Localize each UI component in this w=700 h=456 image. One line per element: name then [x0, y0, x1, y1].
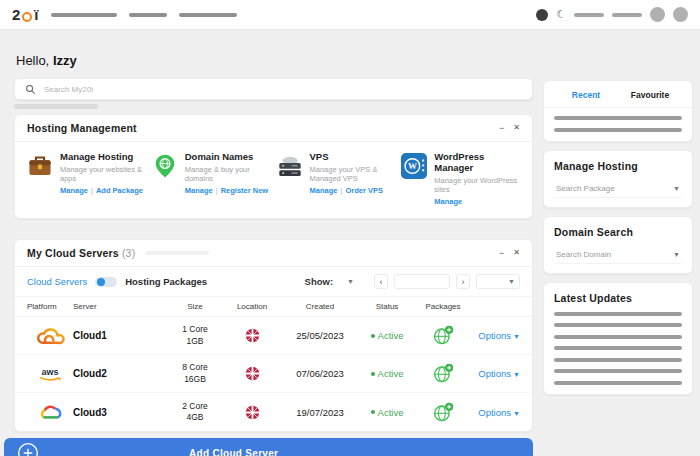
- nav-placeholder: [574, 13, 604, 17]
- recent-favourite-card: Recent Favourite: [543, 80, 693, 142]
- created-date: 07/06/2023: [281, 368, 359, 379]
- hosting-management-panel: Hosting Management − ✕ Manage Hos: [14, 114, 533, 219]
- nav-placeholder: [51, 13, 117, 17]
- skeleton-bar: [14, 104, 98, 109]
- options-button[interactable]: Options▼: [471, 368, 520, 379]
- table-row: Cloud3 2 Core4GB 19/07/2023 Active: [15, 393, 532, 431]
- close-icon[interactable]: ✕: [513, 124, 520, 132]
- link-separator: |: [216, 186, 218, 195]
- uk-flag-location-icon: [245, 405, 260, 420]
- package-search-input[interactable]: [556, 184, 673, 193]
- chevron-down-icon: ▼: [513, 410, 520, 417]
- search-input[interactable]: [44, 85, 522, 94]
- page-next-button[interactable]: ›: [456, 274, 470, 289]
- logo-i: ï: [34, 6, 38, 23]
- package-search-select[interactable]: ▼: [554, 181, 682, 198]
- chevron-down-icon: ▼: [513, 333, 520, 340]
- quicklink-title: VPS: [310, 151, 396, 162]
- skeleton-bar: [554, 128, 682, 132]
- domain-search-select[interactable]: ▼: [554, 247, 682, 264]
- avatar[interactable]: [673, 7, 688, 22]
- col-location: Location: [223, 302, 281, 311]
- quicklink-desc: Manage your websites & apps: [60, 165, 146, 183]
- nav-placeholder: [612, 13, 642, 17]
- status-dot: [371, 372, 375, 376]
- avatar[interactable]: [650, 7, 665, 22]
- view-toggle-switch[interactable]: [95, 277, 117, 287]
- status-badge: Active: [359, 330, 415, 341]
- server-name: Cloud3: [73, 407, 167, 418]
- created-date: 19/07/2023: [281, 407, 359, 418]
- order-vps-link[interactable]: Order VPS: [345, 186, 383, 195]
- minimize-icon[interactable]: −: [499, 124, 504, 133]
- plus-circle-icon: [17, 442, 39, 456]
- cloud-servers-tab[interactable]: Cloud Servers: [27, 276, 87, 287]
- options-button[interactable]: Options▼: [471, 330, 520, 341]
- manage-link[interactable]: Manage: [60, 186, 88, 195]
- add-cloud-server-button[interactable]: Add Cloud Server: [4, 438, 533, 456]
- manage-hosting-card: Manage Hosting ▼: [543, 150, 693, 208]
- quicklink-desc: Manage & buy your domains: [185, 165, 271, 183]
- col-platform: Platform: [27, 302, 73, 311]
- uk-flag-location-icon: [245, 366, 260, 381]
- quicklink-manage-hosting: Manage Hosting Manage your websites & ap…: [27, 151, 152, 206]
- page-prev-button[interactable]: ‹: [374, 274, 388, 289]
- google-cloud-platform-icon: [36, 402, 64, 422]
- show-label: Show:: [305, 276, 334, 287]
- card-title: Domain Search: [554, 226, 682, 238]
- server-size: 1 Core1GB: [167, 324, 223, 347]
- col-size: Size: [167, 302, 223, 311]
- packages-globe-add-icon[interactable]: [433, 402, 454, 423]
- register-new-link[interactable]: Register New: [221, 186, 269, 195]
- domain-search-input[interactable]: [556, 250, 673, 259]
- manage-link[interactable]: Manage: [310, 186, 338, 195]
- per-page-select[interactable]: ▼: [476, 274, 520, 289]
- quicklink-title: Domain Names: [185, 151, 271, 162]
- manage-link[interactable]: Manage: [185, 186, 213, 195]
- created-date: 25/05/2023: [281, 330, 359, 341]
- packages-globe-add-icon[interactable]: [433, 363, 454, 384]
- server-size: 8 Core16GB: [167, 362, 223, 385]
- quicklink-vps: VPS Manage your VPS & Managed VPS Manage…: [277, 151, 402, 206]
- server-count: (3): [122, 247, 135, 259]
- col-packages: Packages: [415, 302, 471, 311]
- logo-20i[interactable]: 2ï: [12, 6, 39, 23]
- svg-text:W: W: [408, 161, 417, 171]
- show-dropdown-caret-icon[interactable]: ▼: [347, 278, 354, 285]
- tab-favourite[interactable]: Favourite: [618, 90, 682, 100]
- page-greeting: Hello, Izzy: [16, 53, 533, 68]
- global-search[interactable]: [14, 78, 533, 100]
- status-dot: [371, 334, 375, 338]
- status-badge: Active: [359, 368, 415, 379]
- close-icon[interactable]: ✕: [513, 249, 520, 257]
- minimize-icon[interactable]: −: [499, 249, 504, 258]
- server-size: 2 Core4GB: [167, 401, 223, 424]
- page-number-input[interactable]: [394, 274, 450, 289]
- domain-search-card: Domain Search ▼: [543, 216, 693, 274]
- latest-updates-card: Latest Updates: [543, 282, 693, 395]
- tab-recent[interactable]: Recent: [554, 90, 618, 100]
- greeting-name: Izzy: [53, 53, 77, 68]
- chevron-down-icon: ▼: [673, 251, 680, 258]
- add-package-link[interactable]: Add Package: [96, 186, 143, 195]
- skeleton-bar: [554, 116, 682, 120]
- status-dot: [371, 410, 375, 414]
- top-nav: 2ï ☾: [0, 0, 700, 30]
- skeleton-bar: [554, 312, 682, 316]
- hosting-packages-tab[interactable]: Hosting Packages: [125, 276, 207, 287]
- moon-icon[interactable]: ☾: [556, 9, 566, 20]
- table-header: Platform Server Size Location Created St…: [15, 297, 532, 317]
- nav-placeholder: [129, 13, 167, 17]
- col-server: Server: [73, 302, 167, 311]
- options-button[interactable]: Options▼: [471, 407, 520, 418]
- chevron-down-icon: ▼: [673, 185, 680, 192]
- cloud-servers-panel: My Cloud Servers(3) − ✕ Cloud Servers Ho…: [14, 239, 533, 432]
- packages-globe-add-icon[interactable]: [433, 325, 454, 346]
- add-cloud-server-label: Add Cloud Server: [189, 448, 278, 456]
- theme-dark-toggle[interactable]: [536, 9, 548, 21]
- skeleton-bar: [554, 369, 682, 373]
- aws-platform-icon: aws: [35, 364, 65, 384]
- manage-link[interactable]: Manage: [434, 197, 462, 206]
- logo-o-ring: [22, 12, 32, 22]
- server-name: Cloud1: [73, 330, 167, 341]
